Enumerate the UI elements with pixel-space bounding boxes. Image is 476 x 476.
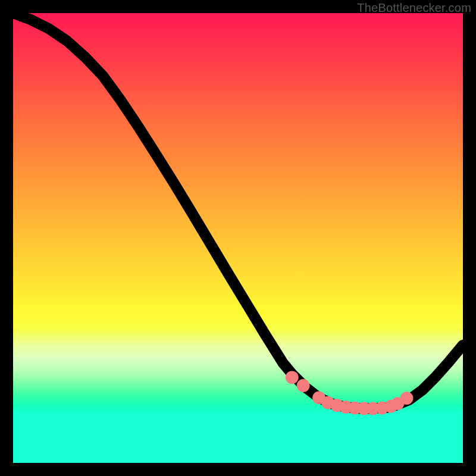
curve-marker-dot xyxy=(288,373,296,381)
source-watermark: TheBottlenecker.com xyxy=(357,1,471,15)
chart-frame: TheBottlenecker.com xyxy=(0,0,476,476)
curve-layer xyxy=(13,13,463,463)
plot-area xyxy=(13,13,463,463)
bottleneck-curve xyxy=(13,13,463,409)
curve-marker-dot xyxy=(299,381,307,390)
curve-marker-dot xyxy=(402,394,411,402)
